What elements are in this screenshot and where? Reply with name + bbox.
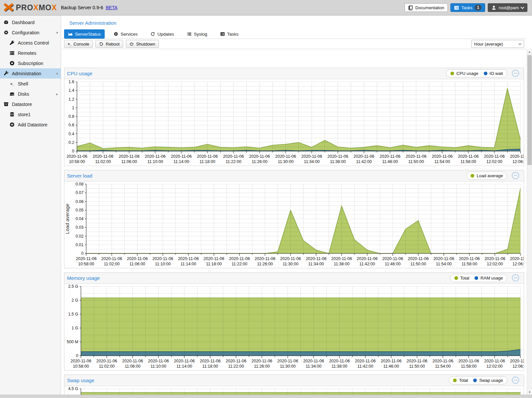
collapse-icon[interactable] — [512, 172, 519, 179]
svg-text:11:22:00: 11:22:00 — [228, 364, 244, 369]
svg-text:11:54:00: 11:54:00 — [436, 262, 452, 266]
svg-text:11:38:00: 11:38:00 — [332, 364, 347, 369]
collapse-icon[interactable] — [512, 377, 519, 384]
sidebar-item-administration[interactable]: Administration ▾ — [0, 68, 61, 79]
legend-item[interactable]: Swap usage — [473, 378, 503, 383]
list-icon — [187, 32, 192, 36]
svg-text:2020-11-06: 2020-11-06 — [303, 359, 324, 363]
svg-text:0.01: 0.01 — [76, 243, 84, 247]
sidebar-item-access-control[interactable]: Access Control — [0, 38, 61, 48]
svg-text:11:14:00: 11:14:00 — [181, 262, 196, 266]
svg-text:11:02:00: 11:02:00 — [95, 159, 111, 164]
svg-text:2020-11-06: 2020-11-06 — [101, 256, 122, 261]
svg-text:11:42:00: 11:42:00 — [357, 364, 373, 369]
svg-text:11:50:00: 11:50:00 — [410, 262, 426, 266]
svg-text:12:06:00: 12:06:00 — [513, 159, 524, 164]
svg-text:0.05: 0.05 — [76, 208, 84, 213]
tab-updates[interactable]: Updates — [147, 29, 178, 39]
svg-text:2.5 G: 2.5 G — [68, 284, 78, 289]
svg-text:2020-11-06: 2020-11-06 — [355, 359, 376, 363]
sidebar-item-remotes[interactable]: Remotes — [0, 48, 61, 58]
svg-text:0.04: 0.04 — [76, 216, 84, 221]
svg-text:11:26:00: 11:26:00 — [254, 364, 270, 369]
user-menu-button[interactable]: root@pam — [488, 3, 527, 12]
gears-icon — [3, 30, 9, 35]
scrollbar-thumb[interactable] — [527, 55, 532, 165]
top-bar: PROXMOX Backup Server 0.9-6 BETA Documen… — [0, 0, 532, 16]
legend-item[interactable]: RAM usage — [475, 276, 503, 281]
svg-text:1.6: 1.6 — [69, 80, 74, 84]
tasks-button[interactable]: Tasks 1 — [450, 3, 485, 12]
scroll-down-arrow[interactable]: ▼ — [527, 390, 532, 395]
legend-item[interactable]: Total — [453, 378, 468, 383]
svg-text:1.5 G: 1.5 G — [68, 312, 78, 316]
tab-syslog[interactable]: Syslog — [183, 29, 211, 39]
sidebar-item-configuration[interactable]: Configuration ▾ — [0, 27, 61, 38]
list-alt-icon — [454, 5, 459, 10]
console-button[interactable]: >_ Console — [64, 40, 93, 48]
svg-text:11:58:00: 11:58:00 — [461, 364, 477, 369]
sidebar-item-disks[interactable]: Disks ▸ — [0, 89, 61, 99]
sidebar-item-add-datastore[interactable]: Add Datastore — [0, 119, 61, 130]
svg-text:11:54:00: 11:54:00 — [434, 159, 450, 164]
beta-link[interactable]: BETA — [106, 5, 118, 10]
svg-text:11:14:00: 11:14:00 — [176, 364, 192, 369]
svg-text:2020-11-06: 2020-11-06 — [76, 256, 96, 261]
rotate-left-icon — [99, 42, 103, 46]
svg-text:11:22:00: 11:22:00 — [231, 262, 247, 266]
chevron-down-icon[interactable]: ▾ — [56, 71, 58, 76]
svg-text:0.8: 0.8 — [69, 114, 74, 119]
svg-text:11:50:00: 11:50:00 — [409, 364, 425, 369]
tab-services[interactable]: Services — [110, 29, 142, 39]
terminal-icon: >_ — [68, 42, 71, 46]
svg-text:2020-11-06: 2020-11-06 — [174, 359, 195, 363]
legend-item[interactable]: Load average — [471, 173, 503, 178]
sidebar-item-datastore[interactable]: Datastore — [0, 99, 61, 109]
tab-serverstatus[interactable]: ServerStatus — [64, 29, 105, 39]
shutdown-button[interactable]: Shutdown — [126, 40, 159, 48]
svg-text:2020-11-06: 2020-11-06 — [458, 359, 479, 363]
tab-tasks[interactable]: Tasks — [216, 29, 243, 39]
svg-text:1.2: 1.2 — [69, 97, 74, 102]
svg-text:2020-11-06: 2020-11-06 — [301, 154, 322, 159]
svg-text:2020-11-06: 2020-11-06 — [255, 256, 275, 261]
svg-text:2020-11-06: 2020-11-06 — [306, 256, 327, 261]
user-icon — [491, 5, 496, 10]
svg-text:2020-11-06: 2020-11-06 — [275, 154, 296, 159]
svg-text:11:02:00: 11:02:00 — [104, 262, 120, 266]
svg-text:2020-11-06: 2020-11-06 — [203, 256, 224, 261]
svg-text:11:10:00: 11:10:00 — [155, 262, 171, 266]
legend-item[interactable]: CPU usage — [450, 71, 478, 76]
svg-text:2020-11-06: 2020-11-06 — [458, 154, 479, 159]
time-range-select[interactable]: Hour (average) — [471, 40, 524, 48]
legend-item[interactable]: Total — [454, 276, 469, 281]
legend-item[interactable]: IO wait — [484, 71, 503, 76]
collapse-icon[interactable] — [512, 70, 519, 77]
svg-text:0: 0 — [72, 149, 74, 153]
svg-text:2020-11-06: 2020-11-06 — [171, 154, 192, 159]
vertical-scrollbar[interactable]: ▲ ▼ — [527, 50, 532, 395]
documentation-button[interactable]: Documentation — [405, 3, 448, 12]
chevron-right-icon[interactable]: ▸ — [56, 92, 58, 96]
sidebar-item-dashboard[interactable]: Dashboard — [0, 17, 61, 27]
svg-text:11:34:00: 11:34:00 — [308, 262, 324, 266]
svg-text:2020-11-06: 2020-11-06 — [484, 359, 505, 363]
svg-text:2020-11-06: 2020-11-06 — [407, 359, 427, 363]
svg-text:2020-11-06: 2020-11-06 — [433, 256, 454, 261]
collapse-icon[interactable] — [512, 274, 519, 282]
svg-text:2020-11-06: 2020-11-06 — [408, 256, 429, 261]
svg-text:11:10:00: 11:10:00 — [147, 159, 163, 164]
svg-text:2020-11-06: 2020-11-06 — [178, 256, 199, 261]
svg-text:2020-11-06: 2020-11-06 — [433, 359, 453, 363]
svg-text:2020-11-06: 2020-11-06 — [148, 359, 169, 363]
sidebar-item-subscription[interactable]: Subscription — [0, 58, 61, 68]
sidebar-item-store1[interactable]: store1 — [0, 109, 61, 119]
reboot-button[interactable]: Reboot — [95, 40, 123, 48]
svg-text:11:26:00: 11:26:00 — [257, 262, 273, 266]
svg-text:10:58:00: 10:58:00 — [78, 262, 94, 266]
chevron-down-icon[interactable]: ▾ — [56, 30, 58, 35]
scroll-up-arrow[interactable]: ▲ — [527, 50, 532, 54]
hdd-icon — [9, 91, 15, 96]
svg-text:11:46:00: 11:46:00 — [383, 364, 399, 369]
sidebar-item-shell[interactable]: >_ Shell — [0, 79, 61, 89]
